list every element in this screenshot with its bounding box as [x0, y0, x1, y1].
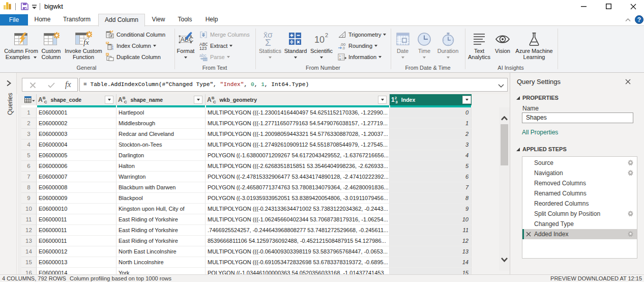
svg-text:fx: fx	[83, 38, 89, 46]
svg-text:?: ?	[637, 16, 641, 23]
